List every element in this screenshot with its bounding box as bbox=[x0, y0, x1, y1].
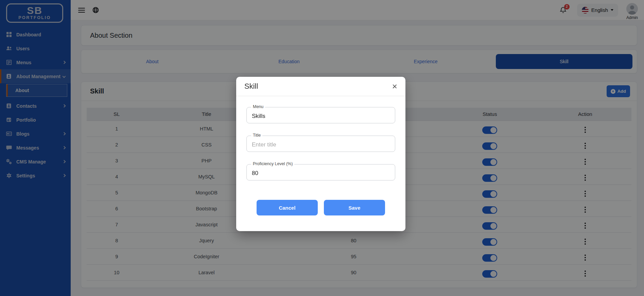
title-field-label: Title bbox=[251, 133, 262, 138]
menu-input[interactable] bbox=[247, 107, 395, 123]
menu-field-group: Menu bbox=[246, 107, 395, 123]
proficiency-input[interactable] bbox=[247, 164, 395, 180]
title-input[interactable] bbox=[247, 136, 395, 152]
proficiency-field-group: Proficiency Level (%) bbox=[246, 164, 395, 180]
cancel-button[interactable]: Cancel bbox=[257, 200, 318, 215]
proficiency-field-label: Proficiency Level (%) bbox=[251, 161, 294, 166]
modal-actions: Cancel Save bbox=[246, 200, 395, 215]
close-icon[interactable]: × bbox=[392, 83, 397, 90]
save-button[interactable]: Save bbox=[324, 200, 385, 215]
modal-body: Menu Title Proficiency Level (%) Cancel … bbox=[236, 96, 405, 231]
menu-field-label: Menu bbox=[251, 104, 265, 109]
title-field-group: Title bbox=[246, 136, 395, 152]
modal-title: Skill bbox=[244, 82, 258, 91]
skill-modal: Skill × Menu Title Proficiency Level (%)… bbox=[236, 77, 405, 231]
modal-header: Skill × bbox=[236, 77, 405, 96]
